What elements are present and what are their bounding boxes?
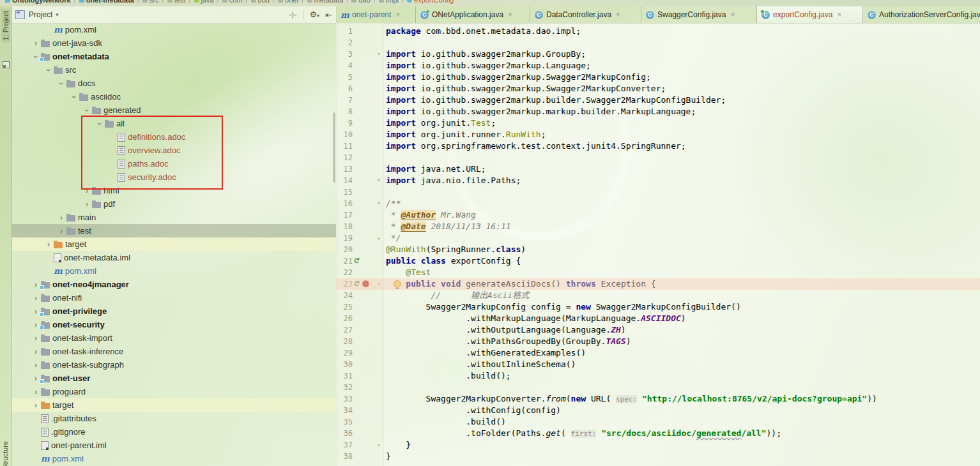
run-test-icon[interactable]: ↻: [353, 257, 360, 265]
breadcrumb-item[interactable]: metadata: [307, 0, 344, 4]
tree-item-target[interactable]: ›target: [11, 398, 336, 412]
tool-window-button-structure[interactable]: Structure: [1, 441, 9, 466]
tree-item-onet-task-inference[interactable]: ›onet-task-inference: [11, 345, 336, 358]
chevron-collapsed-icon[interactable]: ›: [31, 294, 41, 303]
code-line-29[interactable]: .withGeneratedExamples(): [383, 347, 980, 359]
code-line-21[interactable]: public class exportConfig {: [383, 255, 980, 267]
close-icon[interactable]: ×: [395, 10, 400, 19]
code-line-15[interactable]: [383, 186, 980, 198]
code-line-25[interactable]: Swagger2MarkupConfig config = new Swagge…: [383, 301, 980, 313]
fold-marker-icon[interactable]: ▾: [376, 175, 382, 186]
code-line-26[interactable]: .withMarkupLanguage(MarkupLanguage.ASCII…: [383, 313, 980, 324]
tree-item-docs[interactable]: ›docs: [11, 77, 336, 90]
settings-gear-icon[interactable]: ⚙▾: [309, 10, 319, 20]
tree-item-src[interactable]: ›src: [11, 63, 336, 77]
chevron-expanded-icon[interactable]: ›: [82, 105, 91, 116]
tree-item-onet-task-import[interactable]: ›onet-task-import: [11, 331, 336, 345]
close-icon[interactable]: ×: [508, 10, 512, 19]
code-line-7[interactable]: import io.github.swagger2markup.builder.…: [383, 94, 980, 106]
code-line-16[interactable]: /**: [383, 198, 980, 209]
breadcrumb-item[interactable]: src: [142, 0, 159, 4]
tree-item-onet-user[interactable]: ›onet-user: [11, 372, 336, 385]
tree-item-asciidoc[interactable]: ›asciidoc: [11, 90, 336, 103]
code-line-2[interactable]: [383, 37, 980, 49]
code-line-24[interactable]: // 输出Ascii格式: [383, 290, 980, 301]
code-line-12[interactable]: [383, 152, 980, 163]
breadcrumb-item[interactable]: java: [194, 0, 214, 4]
tree-item-onet-neo4jmanager[interactable]: ›onet-neo4jmanager: [11, 278, 336, 291]
breadcrumb-item[interactable]: bbd: [251, 0, 270, 4]
tree-item-pom-xml[interactable]: mpom.xml: [11, 264, 336, 278]
code-line-13[interactable]: import java.net.URL;: [383, 163, 980, 175]
tab-exportconfig-java[interactable]: CexportConfig.java×: [757, 6, 863, 23]
close-icon[interactable]: ×: [837, 10, 841, 19]
code-line-27[interactable]: .withOutputLanguage(Language.ZH): [383, 324, 980, 336]
breadcrumb-item[interactable]: onet: [278, 0, 298, 4]
code-line-10[interactable]: import org.junit.runner.RunWith;: [383, 129, 980, 140]
code-line-20[interactable]: @RunWith(SpringRunner.class): [383, 244, 980, 255]
chevron-collapsed-icon[interactable]: ›: [56, 213, 66, 222]
editor-gutter[interactable]: 1234567891011121314151617181920212223242…: [336, 23, 384, 466]
close-icon[interactable]: ×: [730, 10, 735, 19]
fold-marker-icon[interactable]: ▾: [376, 198, 382, 209]
tree-item-pom-xml[interactable]: mpom.xml: [11, 452, 336, 465]
code-line-28[interactable]: .withPathsGroupedBy(GroupBy.TAGS): [383, 336, 980, 347]
code-line-18[interactable]: * @Date 2018/11/13 16:11: [383, 221, 980, 232]
chevron-collapsed-icon[interactable]: ›: [31, 387, 41, 396]
code-line-37[interactable]: }: [383, 439, 980, 451]
chevron-collapsed-icon[interactable]: ›: [31, 401, 41, 410]
code-line-34[interactable]: .withConfig(config): [383, 405, 980, 416]
chevron-collapsed-icon[interactable]: ›: [31, 39, 41, 48]
tree-item--gitignore[interactable]: .gitignore: [11, 425, 336, 439]
tree-item-onet-privilege[interactable]: ›onet-privilege: [11, 304, 336, 318]
chevron-collapsed-icon[interactable]: ›: [56, 227, 66, 236]
tab-swaggerconfig-java[interactable]: CSwaggerConfig.java×: [641, 6, 757, 23]
code-line-5[interactable]: import io.github.swagger2markup.Swagger2…: [383, 71, 980, 83]
tree-item-generated[interactable]: ›generated: [11, 103, 336, 117]
code-line-11[interactable]: import org.springframework.test.context.…: [383, 140, 980, 152]
chevron-expanded-icon[interactable]: ›: [70, 92, 79, 102]
breadcrumb-item[interactable]: test: [167, 0, 186, 4]
tree-item-onet-parent-iml[interactable]: onet-parent.iml: [11, 439, 336, 452]
tree-item-onet-nifi[interactable]: ›onet-nifi: [11, 291, 336, 304]
tree-item-test[interactable]: ›test: [11, 224, 336, 237]
collapse-all-icon[interactable]: ⇤: [325, 11, 332, 19]
fold-marker-icon[interactable]: ▾: [376, 49, 382, 60]
code-line-22[interactable]: @Test: [383, 267, 980, 278]
code-line-3[interactable]: import io.github.swagger2markup.GroupBy;: [383, 49, 980, 60]
locate-file-icon[interactable]: [289, 11, 297, 19]
code-line-17[interactable]: * @Author Mr.Wang: [383, 209, 980, 221]
breadcrumb-item[interactable]: com: [222, 0, 243, 4]
tab-onetapplication-java[interactable]: CONetApplication.java×: [416, 6, 530, 23]
code-line-32[interactable]: [383, 382, 980, 393]
tree-item-onet-java-sdk[interactable]: ›onet-java-sdk: [11, 36, 336, 50]
tree-item-onet-metadata-iml[interactable]: onet-metadata.iml: [11, 251, 336, 264]
chevron-collapsed-icon[interactable]: ›: [31, 347, 41, 356]
code-line-4[interactable]: import io.github.swagger2markup.Language…: [383, 60, 980, 71]
fold-marker-icon[interactable]: ▴: [376, 439, 382, 451]
code-line-9[interactable]: import org.junit.Test;: [383, 117, 980, 129]
code-line-6[interactable]: import io.github.swagger2markup.Swagger2…: [383, 83, 980, 94]
project-view-title[interactable]: Project: [29, 10, 52, 19]
tree-item-target[interactable]: ›target: [11, 237, 336, 251]
tree-item-onet-security[interactable]: ›onet-security: [11, 318, 336, 331]
tab-datacontroller-java[interactable]: CDataController.java×: [530, 6, 641, 23]
chevron-expanded-icon[interactable]: ›: [31, 52, 40, 62]
code-editor[interactable]: package com.bbd.onet.metadata.dao.impl;i…: [383, 23, 980, 466]
breadcrumb-item[interactable]: exportConfig: [407, 0, 454, 4]
chevron-collapsed-icon[interactable]: ›: [31, 361, 41, 370]
code-line-33[interactable]: Swagger2MarkupConverter.from(new URL( sp…: [383, 393, 980, 405]
tree-item-pom-xml[interactable]: mpom.xml: [11, 23, 336, 36]
code-line-8[interactable]: import io.github.swagger2markup.markup.b…: [383, 106, 980, 117]
code-line-19[interactable]: */: [383, 232, 980, 244]
chevron-collapsed-icon[interactable]: ›: [43, 240, 54, 249]
tree-item-proguard[interactable]: ›proguard: [11, 385, 336, 398]
code-line-38[interactable]: }: [383, 451, 980, 462]
breadcrumb-item[interactable]: onet-metadata: [79, 0, 134, 4]
breadcrumb-item[interactable]: impl: [379, 0, 399, 4]
close-icon[interactable]: ×: [616, 10, 620, 19]
fold-marker-icon[interactable]: ▴: [376, 232, 382, 244]
tree-item-pdf[interactable]: ›pdf: [11, 197, 336, 211]
breadcrumb-item[interactable]: dao: [351, 0, 370, 4]
breadcrumb-item[interactable]: OntologyNetwork: [5, 0, 71, 4]
